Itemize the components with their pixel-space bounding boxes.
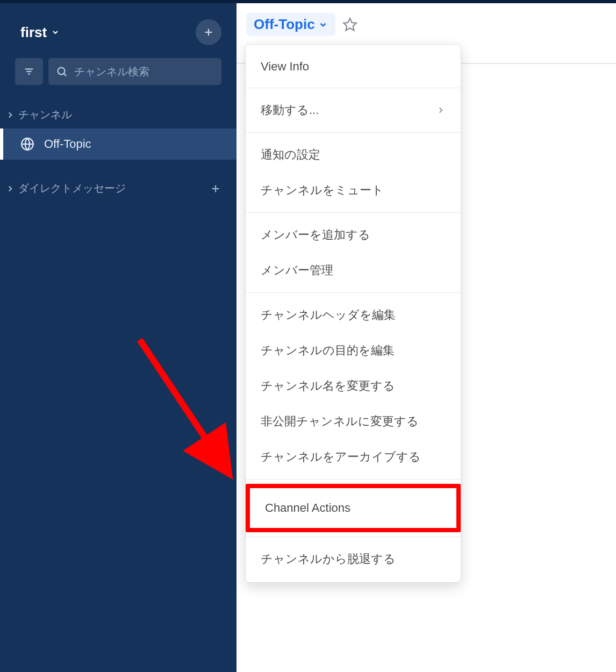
channel-header: Off-Topic	[237, 3, 616, 46]
menu-item-label: メンバー管理	[261, 262, 333, 278]
channel-title-button[interactable]: Off-Topic	[246, 13, 335, 36]
menu-item-move-to[interactable]: 移動する...	[246, 92, 461, 128]
menu-divider	[246, 212, 461, 213]
add-dm-icon[interactable]	[210, 183, 221, 195]
star-icon	[342, 17, 357, 32]
svg-point-5	[58, 68, 65, 75]
menu-item-label: 非公開チャンネルに変更する	[261, 413, 419, 430]
menu-item-edit-purpose[interactable]: チャンネルの目的を編集	[246, 333, 461, 368]
favorite-button[interactable]	[342, 17, 358, 33]
menu-item-label: チャンネルから脱退する	[261, 551, 396, 567]
menu-item-label: チャンネルヘッダを編集	[261, 307, 396, 323]
channel-label: Off-Topic	[44, 137, 91, 151]
add-button[interactable]	[196, 19, 221, 45]
menu-divider	[246, 88, 461, 88]
menu-item-label: チャンネルの目的を編集	[261, 342, 395, 359]
menu-item-label: チャンネル名を変更する	[261, 378, 395, 394]
sidebar: first	[0, 3, 237, 672]
menu-item-archive-channel[interactable]: チャンネルをアーカイブする	[246, 439, 461, 475]
main-area: Off-Topic View Info移動する...通知の設定チャンネルをミュー…	[237, 3, 616, 672]
menu-item-manage-members[interactable]: メンバー管理	[246, 253, 461, 288]
menu-item-leave-channel[interactable]: チャンネルから脱退する	[246, 541, 461, 577]
search-input[interactable]	[74, 66, 214, 78]
highlight-box: Channel Actions	[246, 484, 461, 532]
channel-title-label: Off-Topic	[254, 16, 315, 33]
menu-item-notification-settings[interactable]: 通知の設定	[246, 137, 461, 173]
menu-item-rename-channel[interactable]: チャンネル名を変更する	[246, 368, 461, 404]
svg-line-6	[64, 74, 66, 76]
menu-item-label: メンバーを追加する	[261, 227, 370, 243]
svg-marker-11	[343, 18, 356, 30]
section-label: チャンネル	[18, 108, 72, 122]
chevron-down-icon	[318, 20, 328, 30]
menu-item-make-private[interactable]: 非公開チャンネルに変更する	[246, 404, 461, 439]
chevron-down-icon	[51, 28, 60, 37]
chevron-right-icon	[5, 110, 15, 120]
menu-item-view-info[interactable]: View Info	[246, 50, 461, 83]
menu-item-label: 移動する...	[261, 102, 319, 118]
chevron-right-icon	[436, 105, 446, 115]
menu-item-label: View Info	[261, 60, 309, 74]
menu-item-label: チャンネルをミュート	[261, 182, 384, 198]
menu-item-label: Channel Actions	[265, 501, 350, 515]
section-channels[interactable]: チャンネル	[0, 101, 237, 128]
workspace-switcher[interactable]: first	[20, 24, 60, 41]
menu-item-edit-header[interactable]: チャンネルヘッダを編集	[246, 297, 461, 333]
section-direct-messages[interactable]: ダイレクトメッセージ	[0, 175, 237, 202]
channel-dropdown: View Info移動する...通知の設定チャンネルをミュートメンバーを追加する…	[245, 44, 461, 583]
globe-icon	[20, 137, 34, 151]
menu-divider	[246, 292, 461, 293]
search-icon	[56, 66, 68, 77]
menu-divider	[246, 132, 461, 133]
menu-item-mute-channel[interactable]: チャンネルをミュート	[246, 173, 461, 208]
search-wrapper[interactable]	[48, 58, 221, 85]
filter-button[interactable]	[15, 58, 43, 85]
channel-item-off-topic[interactable]: Off-Topic	[0, 128, 237, 160]
filter-icon	[23, 66, 35, 77]
section-label: ダイレクトメッセージ	[18, 181, 126, 196]
menu-item-label: 通知の設定	[261, 147, 320, 163]
workspace-name-label: first	[20, 24, 47, 41]
menu-divider	[246, 537, 461, 537]
plus-icon	[203, 26, 214, 38]
chevron-right-icon	[5, 184, 15, 194]
menu-item-channel-actions[interactable]: Channel Actions	[250, 488, 456, 528]
menu-item-label: チャンネルをアーカイブする	[261, 449, 421, 465]
menu-item-add-members[interactable]: メンバーを追加する	[246, 217, 461, 253]
menu-divider	[246, 479, 461, 480]
